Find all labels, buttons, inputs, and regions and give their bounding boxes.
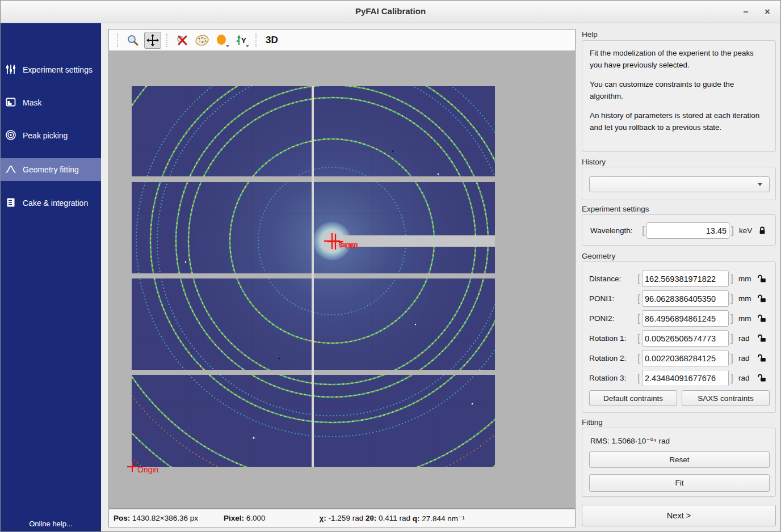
chevron-down-icon bbox=[226, 45, 229, 47]
lock-closed-icon[interactable] bbox=[758, 226, 766, 235]
app-window: PyFAI Calibration – × Experiment setting… bbox=[0, 0, 781, 532]
poni1-unit: mm bbox=[738, 294, 755, 303]
bracket-open: [ bbox=[636, 352, 642, 364]
sidebar: Experiment settings Mask Peak picking Ge… bbox=[1, 23, 101, 532]
rotation3-input[interactable]: 2.43484091677676 bbox=[642, 370, 729, 386]
lock-open-icon[interactable] bbox=[758, 374, 767, 382]
curve-icon bbox=[5, 163, 16, 176]
geometry-box: Distance: [ 162.569381971822 ] mm PONI1:… bbox=[582, 261, 776, 413]
bracket-close: ] bbox=[729, 273, 735, 285]
lock-open-icon[interactable] bbox=[758, 354, 767, 362]
help-paragraph: You can customize constraints to guide t… bbox=[590, 78, 768, 103]
origin-label: Origin bbox=[137, 465, 158, 474]
3d-view-button[interactable]: 3D bbox=[263, 32, 281, 49]
rms-value: RMS: 1.5068·10⁻⁰⁴ rad bbox=[590, 436, 670, 445]
history-dropdown[interactable] bbox=[589, 176, 770, 192]
pan-icon[interactable] bbox=[144, 32, 161, 49]
rotation1-unit: rad bbox=[738, 334, 755, 343]
lock-open-icon[interactable] bbox=[758, 275, 767, 283]
lock-open-icon[interactable] bbox=[758, 334, 767, 343]
q-value: 27.844 nm⁻¹ bbox=[420, 514, 465, 523]
bracket-close: ] bbox=[729, 225, 736, 237]
sidebar-item-experiment-settings[interactable]: Experiment settings bbox=[1, 58, 101, 81]
toolbar-grip[interactable] bbox=[166, 33, 169, 47]
chi-value: -1.259 rad bbox=[326, 514, 366, 522]
poni2-unit: mm bbox=[738, 314, 755, 323]
right-panel: Help Fit the modelization of the experie… bbox=[581, 23, 777, 532]
toolbar-grip[interactable] bbox=[255, 33, 258, 47]
sidebar-item-label: Geometry fitting bbox=[23, 165, 79, 174]
help-section-title: Help bbox=[582, 30, 598, 39]
points-icon[interactable] bbox=[213, 32, 230, 49]
sidebar-item-peak-picking[interactable]: Peak picking bbox=[1, 124, 101, 147]
close-button[interactable]: × bbox=[760, 5, 775, 19]
rotation3-unit: rad bbox=[738, 374, 755, 382]
bracket-open: [ bbox=[640, 225, 646, 237]
poni1-label: PONI1: bbox=[589, 294, 636, 303]
chevron-down-icon bbox=[246, 45, 249, 47]
experiment-box: Wavelength: [ 13.45 ] keV bbox=[582, 214, 776, 246]
sidebar-item-label: Cake & integration bbox=[23, 199, 88, 208]
wavelength-label: Wavelength: bbox=[590, 226, 640, 235]
chi-label: χ: bbox=[320, 514, 326, 522]
help-paragraph: Fit the modelization of the experient to… bbox=[590, 47, 768, 71]
bracket-close: ] bbox=[729, 352, 735, 364]
status-bar: Pos: 1430.82×386.36 px Pixel: 6.000 χ: -… bbox=[108, 509, 576, 527]
sidebar-item-geometry-fitting[interactable]: Geometry fitting bbox=[1, 158, 101, 181]
minimize-button[interactable]: – bbox=[738, 5, 753, 19]
sidebar-item-cake-integration[interactable]: Cake & integration bbox=[1, 192, 101, 214]
module-gap bbox=[312, 86, 314, 467]
bracket-close: ] bbox=[729, 372, 735, 384]
diffraction-plot[interactable]: Beam PONI Origin bbox=[109, 50, 575, 508]
rotation1-input[interactable]: 0.00526506574773 bbox=[642, 330, 729, 347]
history-box bbox=[582, 167, 776, 200]
svg-text:Y: Y bbox=[241, 36, 246, 45]
rotation1-label: Rotation 1: bbox=[589, 334, 636, 343]
help-paragraph: An history of parameters is stored at ea… bbox=[590, 109, 768, 134]
ttheta-value: 0.411 rad bbox=[376, 514, 413, 522]
poni-label: PONI bbox=[340, 242, 358, 250]
titlebar: PyFAI Calibration – × bbox=[1, 1, 780, 23]
pos-value: 1430.82×386.36 px bbox=[130, 514, 198, 522]
plot-toolbar: Ya 3D bbox=[109, 29, 575, 50]
chevron-down-icon bbox=[758, 183, 762, 186]
distance-label: Distance: bbox=[589, 275, 636, 283]
fit-button[interactable]: Fit bbox=[589, 474, 770, 492]
target-icon bbox=[5, 129, 16, 142]
toolbar-grip[interactable] bbox=[117, 33, 119, 47]
mask-icon bbox=[5, 96, 16, 109]
colormap-icon[interactable] bbox=[194, 32, 211, 49]
unzoom-icon[interactable] bbox=[174, 32, 191, 49]
bracket-open: [ bbox=[636, 313, 642, 324]
pixel-label: Pixel: bbox=[224, 514, 244, 522]
sidebar-item-mask[interactable]: Mask bbox=[1, 91, 101, 114]
zoom-icon[interactable] bbox=[124, 32, 141, 49]
bracket-open: [ bbox=[636, 273, 642, 285]
reset-button[interactable]: Reset bbox=[589, 451, 770, 468]
bracket-open: [ bbox=[636, 372, 642, 384]
rotation2-input[interactable]: 0.00220368284125 bbox=[642, 350, 729, 366]
rotation2-unit: rad bbox=[738, 354, 755, 362]
bracket-open: [ bbox=[636, 332, 642, 344]
distance-unit: mm bbox=[738, 275, 755, 283]
default-constraints-button[interactable]: Default contraints bbox=[589, 390, 677, 406]
distance-input[interactable]: 162.569381971822 bbox=[642, 271, 729, 287]
svg-text:a: a bbox=[237, 39, 239, 43]
document-icon bbox=[5, 197, 16, 210]
fitting-section-title: Fitting bbox=[582, 418, 603, 427]
poni1-input[interactable]: 96.0628386405350 bbox=[642, 290, 729, 307]
rotation2-label: Rotation 2: bbox=[589, 354, 636, 362]
wavelength-input[interactable]: 13.45 bbox=[646, 222, 729, 239]
next-button[interactable]: Next > bbox=[582, 505, 776, 526]
bracket-close: ] bbox=[729, 313, 735, 324]
y-axis-icon[interactable]: Ya bbox=[233, 32, 250, 49]
saxs-constraints-button[interactable]: SAXS contraints bbox=[682, 390, 770, 406]
detector-image: Beam PONI Origin bbox=[109, 50, 575, 508]
lock-open-icon[interactable] bbox=[758, 294, 767, 303]
poni2-input[interactable]: 86.4956894861245 bbox=[642, 310, 729, 327]
beamstop-arm bbox=[339, 235, 495, 247]
ttheta-label: 2θ: bbox=[366, 514, 376, 522]
sidebar-item-label: Mask bbox=[23, 98, 41, 107]
online-help-link[interactable]: Online help... bbox=[1, 520, 101, 528]
lock-open-icon[interactable] bbox=[758, 314, 767, 323]
